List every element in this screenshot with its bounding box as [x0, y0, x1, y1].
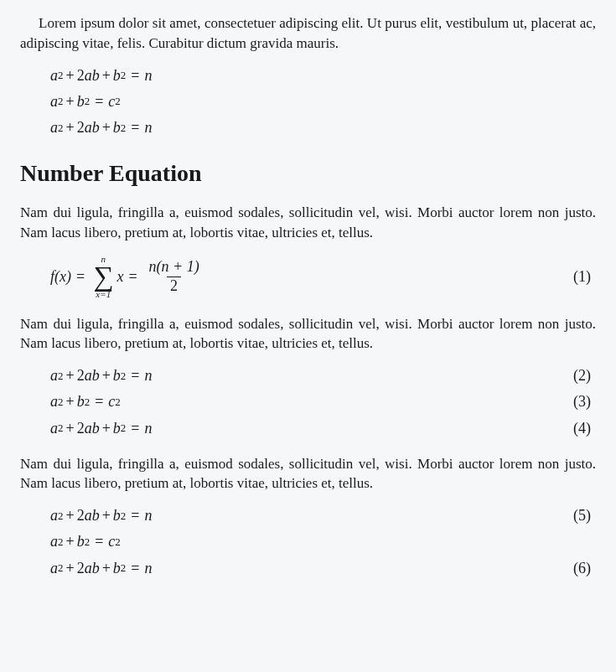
equation: a2+2ab+b2=n [50, 65, 596, 86]
equation-number: (6) [573, 558, 596, 579]
equation: a2+b2=c2 (3) [50, 391, 596, 412]
fraction: n(n + 1) 2 [146, 259, 203, 295]
equation-group-1: a2+2ab+b2=n a2+b2=c2 a2+2ab+b2=n [50, 65, 596, 139]
equation-number: (3) [573, 391, 596, 412]
equation-number: (1) [573, 266, 596, 287]
text: Lorem ipsum dolor sit amet, consectetuer… [20, 15, 596, 51]
equation-group-3: a2+2ab+b2=n (5) a2+b2=c2 a2+2ab+b2=n (6) [50, 505, 596, 579]
equation-number: (5) [573, 505, 596, 526]
equation: a2+2ab+b2=n (4) [50, 418, 596, 439]
paragraph-2: Nam dui ligula, fringilla a, euismod sod… [20, 203, 596, 243]
equation: a2+b2=c2 [50, 91, 596, 112]
equation-number: (2) [573, 365, 596, 386]
paragraph-4: Nam dui ligula, fringilla a, euismod sod… [20, 454, 596, 494]
equation: a2+2ab+b2=n [50, 117, 596, 138]
equation-numbered-1: f(x)= n ∑ x=1 x= n(n + 1) 2 (1) [50, 255, 596, 299]
equation: a2+2ab+b2=n (6) [50, 558, 596, 579]
equation: a2+b2=c2 [50, 531, 596, 552]
equation-number: (4) [573, 418, 596, 439]
equation: a2+2ab+b2=n (2) [50, 365, 596, 386]
section-heading: Number Equation [20, 157, 596, 189]
equation: a2+2ab+b2=n (5) [50, 505, 596, 526]
paragraph-3: Nam dui ligula, fringilla a, euismod sod… [20, 314, 596, 354]
paragraph-1: Lorem ipsum dolor sit amet, consectetuer… [20, 13, 596, 54]
equation-group-2: a2+2ab+b2=n (2) a2+b2=c2 (3) a2+2ab+b2=n… [50, 365, 596, 439]
summation-symbol: n ∑ x=1 [93, 255, 113, 299]
